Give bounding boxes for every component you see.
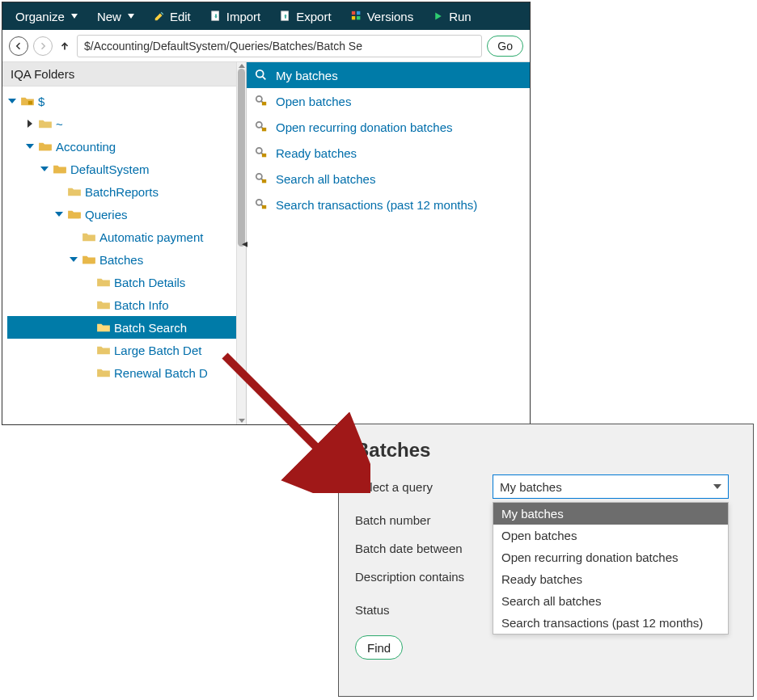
tree-node-batchreports[interactable]: BatchReports: [7, 180, 246, 203]
svg-rect-3: [357, 11, 360, 15]
dropdown-option[interactable]: Open recurring donation batches: [493, 546, 728, 568]
tree-node-batchinfo[interactable]: Batch Info: [7, 293, 246, 316]
tree-node-defaultsystem[interactable]: DefaultSystem: [7, 158, 246, 180]
sidebar: IQA Folders $ ~: [2, 62, 247, 424]
import-button[interactable]: Import: [202, 6, 269, 27]
toggle-icon[interactable]: [54, 212, 64, 217]
tree-node-batchdetails[interactable]: Batch Details: [7, 271, 246, 293]
list-item-label: Open batches: [276, 95, 351, 108]
toggle-icon[interactable]: [69, 257, 78, 262]
path-input[interactable]: $/Accounting/DefaultSystem/Queries/Batch…: [77, 35, 482, 57]
select-query-value: My batches: [500, 480, 562, 494]
dropdown-option[interactable]: Search all batches: [493, 590, 728, 612]
tree-label: $: [38, 95, 44, 108]
tree-label: Batch Info: [114, 298, 169, 312]
go-button[interactable]: Go: [487, 36, 523, 57]
tree-node-root[interactable]: $: [7, 90, 246, 112]
label-batch-date: Batch date between: [355, 542, 493, 555]
tree-node-batchsearch[interactable]: Batch Search: [7, 316, 246, 339]
find-button[interactable]: Find: [355, 635, 403, 660]
svg-rect-2: [352, 11, 355, 15]
chevron-down-icon: [713, 484, 721, 489]
export-button[interactable]: Export: [272, 6, 339, 27]
tree-node-batches[interactable]: Batches: [7, 248, 246, 271]
play-icon: [433, 11, 444, 22]
svg-point-12: [256, 148, 262, 154]
tree-node-largebatch[interactable]: Large Batch Det: [7, 339, 246, 361]
tree-label: BatchReports: [85, 185, 159, 199]
list-item-label: Open recurring donation batches: [276, 120, 452, 134]
caret-down-icon: [128, 14, 134, 19]
list-item-label: Search all batches: [276, 172, 375, 186]
label-select-query: Select a query: [355, 480, 493, 494]
folder-open-icon: [67, 209, 82, 220]
dropdown-option[interactable]: Open batches: [493, 525, 728, 546]
back-button[interactable]: [9, 36, 28, 56]
edit-button[interactable]: Edit: [146, 6, 199, 27]
list-item[interactable]: Open batches: [247, 88, 530, 114]
find-label: Find: [367, 641, 391, 655]
toggle-icon[interactable]: [25, 144, 35, 149]
new-menu[interactable]: New: [89, 6, 142, 27]
list-item[interactable]: My batches: [247, 62, 530, 88]
import-icon: [210, 11, 222, 22]
svg-rect-4: [352, 16, 355, 19]
dropdown-option[interactable]: Search transactions (past 12 months): [493, 612, 728, 634]
scroll-down-icon: [239, 419, 245, 423]
tree-node-accounting[interactable]: Accounting: [7, 135, 246, 158]
dropdown-option[interactable]: My batches: [493, 503, 728, 525]
tree-node-queries[interactable]: Queries: [7, 203, 246, 226]
tree-label: Automatic payment: [99, 230, 203, 244]
tree-label: Renewal Batch D: [114, 366, 208, 380]
select-query-dropdown[interactable]: My batches: [493, 474, 729, 499]
tree-label: ~: [56, 117, 63, 131]
svg-point-8: [256, 96, 262, 102]
go-label: Go: [497, 40, 513, 53]
dropdown-option-label: Search all batches: [501, 594, 601, 608]
toggle-icon[interactable]: [40, 167, 49, 171]
folder-icon: [38, 118, 53, 129]
folder-open-icon: [53, 163, 67, 175]
up-button[interactable]: [57, 36, 72, 56]
dropdown-option-label: Search transactions (past 12 months): [501, 616, 703, 630]
label-batch-number: Batch number: [355, 513, 493, 527]
query-locked-icon: [255, 198, 269, 211]
toggle-icon[interactable]: [7, 99, 17, 103]
run-button[interactable]: Run: [425, 6, 480, 27]
form-row-select-query: Select a query My batches: [355, 474, 737, 499]
pencil-icon: [154, 11, 165, 22]
tree-label: DefaultSystem: [70, 162, 150, 176]
tree-node-renewal[interactable]: Renewal Batch D: [7, 361, 246, 384]
dropdown-option-label: My batches: [501, 507, 564, 521]
versions-button[interactable]: Versions: [343, 6, 422, 27]
popup-title: Batches: [355, 439, 737, 462]
dropdown-option[interactable]: Ready batches: [493, 568, 728, 590]
tree-label: Large Batch Det: [114, 344, 201, 357]
list-item-label: My batches: [276, 69, 338, 82]
scroll-thumb[interactable]: [238, 69, 245, 247]
toggle-icon[interactable]: [25, 120, 35, 128]
splitter-handle[interactable]: ◂: [242, 237, 247, 250]
list-item[interactable]: Ready batches: [247, 140, 530, 166]
tree-node-tilde[interactable]: ~: [7, 112, 246, 135]
main-split: IQA Folders $ ~: [2, 62, 530, 424]
folder-icon: [96, 299, 111, 310]
organize-label: Organize: [15, 10, 65, 23]
list-item[interactable]: Open recurring donation batches: [247, 114, 530, 140]
query-locked-icon: [255, 95, 269, 108]
query-locked-icon: [255, 120, 269, 133]
folder-tree: $ ~ Accounting: [2, 86, 246, 387]
dropdown-option-label: Open recurring donation batches: [501, 550, 678, 564]
svg-rect-6: [28, 101, 32, 104]
list-item[interactable]: Search all batches: [247, 166, 530, 192]
forward-button[interactable]: [33, 36, 53, 56]
svg-rect-9: [262, 102, 266, 105]
tree-node-autopay[interactable]: Automatic payment: [7, 226, 246, 248]
label-description: Description contains: [355, 570, 493, 584]
query-locked-icon: [255, 146, 269, 159]
list-item[interactable]: Search transactions (past 12 months): [247, 192, 530, 217]
organize-menu[interactable]: Organize: [7, 6, 86, 27]
caret-down-icon: [71, 14, 78, 19]
label-status: Status: [355, 603, 493, 617]
folder-icon: [96, 276, 111, 288]
